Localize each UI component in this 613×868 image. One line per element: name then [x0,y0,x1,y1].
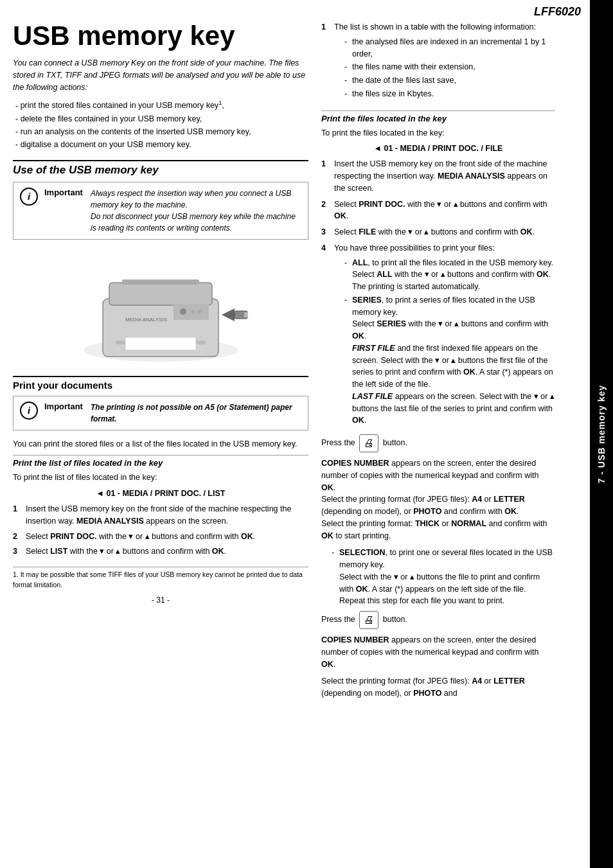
right-num-list: The list is shown in a table with the fo… [321,21,555,104]
important-text-2: The printing is not possible on A5 (or S… [91,402,301,425]
intro-list-item: digitalise a document on your USB memory… [15,138,308,151]
important-icon-1: i [20,188,38,206]
possibility-series: SERIES, to print a series of files locat… [344,294,555,427]
svg-rect-12 [244,312,248,317]
format-text: Select the printing format (for JPEG fil… [321,675,555,700]
possibility-selection-list: SELECTION, to print one or several files… [321,547,555,607]
intro-list: print the stored files contained in your… [15,98,308,150]
print-files-intro: To print the files located in the key: [321,127,555,139]
list-info-item: the files name with their extension, [344,61,555,73]
print-button-icon-1: 🖨 [359,434,378,452]
print-files-step-2: Select PRINT DOC. with the ▾ or ▴ button… [321,199,555,223]
intro-text: You can connect a USB memory Key on the … [13,57,308,93]
side-tab: 7 - USB memory key [590,0,613,868]
print-list-intro: To print the list of files located in th… [13,472,308,484]
svg-point-9 [197,310,201,314]
print-button-icon-2: 🖨 [359,611,378,629]
menu-path-file: ◄ 01 - MEDIA / PRINT DOC. / FILE [321,144,555,153]
print-list-heading: Print the list of files located in the k… [13,455,308,468]
menu-path-list-text: ◄ 01 - MEDIA / PRINT DOC. / LIST [96,489,226,498]
copies-number-text-2: COPIES NUMBER appears on the screen, ent… [321,634,555,670]
svg-point-7 [180,308,186,315]
intro-list-item: run an analysis on the contents of the i… [15,125,308,138]
menu-path-list: ◄ 01 - MEDIA / PRINT DOC. / LIST [13,489,308,498]
important-label-1: Important [44,188,84,197]
important-box-2: i Important The printing is not possible… [13,396,308,430]
print-files-step-3: Select FILE with the ▾ or ▴ buttons and … [321,226,555,238]
print-list-step-2: Select PRINT DOC. with the ▾ or ▴ button… [13,531,308,543]
svg-rect-2 [109,283,212,305]
important-icon-2: i [20,402,38,420]
left-column: USB memory key You can connect a USB mem… [13,21,308,705]
press-button-1: Press the 🖨 button. [321,434,555,452]
print-documents-heading: Print your documents [13,376,308,391]
svg-rect-5 [125,337,196,350]
right-column: The list is shown in a table with the fo… [321,21,581,705]
print-files-heading: Print the files located in the key [321,111,555,123]
print-files-step-4: You have three possibilities to print yo… [321,242,555,430]
print-files-steps: Insert the USB memory key on the front s… [321,158,555,430]
svg-rect-3 [122,279,199,285]
use-section-heading: Use of the USB memory key [13,160,308,177]
right-step-4: The list is shown in a table with the fo… [321,21,555,104]
svg-marker-10 [222,308,235,321]
important-label-2: Important [44,402,84,411]
copies-number-text-1: COPIES NUMBER appears on the screen, ent… [321,457,555,542]
important-box-1: i Important Always respect the insertion… [13,182,308,240]
press-button-2: Press the 🖨 button. [321,611,555,629]
printer-illustration: MEDIA ANALYSIS [71,247,251,369]
intro-list-item: delete the files contained in your USB m… [15,112,308,125]
page-number: - 31 - [13,596,308,605]
list-info-item: the analysed files are indexed in an inc… [344,36,555,60]
page-title: USB memory key [13,21,308,51]
footnote: 1. It may be possible that some TIFF fil… [13,567,308,590]
intro-list-item: print the stored files contained in your… [15,98,308,112]
print-list-step-3: Select LIST with the ▾ or ▴ buttons and … [13,545,308,558]
print-documents-intro: You can print the stored files or a list… [13,438,308,450]
side-tab-label: 7 - USB memory key [596,385,607,483]
print-list-step-1: Insert the USB memory key on the front s… [13,503,308,527]
list-info-item: the files size in Kbytes. [344,88,555,100]
important-text-1: Always respect the insertion way when yo… [91,188,301,234]
svg-text:MEDIA ANALYSIS: MEDIA ANALYSIS [125,317,167,323]
page-title-header: LFF6020 [534,5,581,18]
menu-path-file-text: ◄ 01 - MEDIA / PRINT DOC. / FILE [374,144,503,153]
print-files-step-1: Insert the USB memory key on the front s… [321,158,555,194]
possibility-all: ALL, to print all the files located in t… [344,257,555,293]
svg-point-8 [191,310,195,314]
print-list-steps: Insert the USB memory key on the front s… [13,503,308,558]
possibility-selection: SELECTION, to print one or several files… [332,547,555,607]
list-info-item: the date of the files last save, [344,75,555,87]
page-header: LFF6020 [0,0,613,21]
